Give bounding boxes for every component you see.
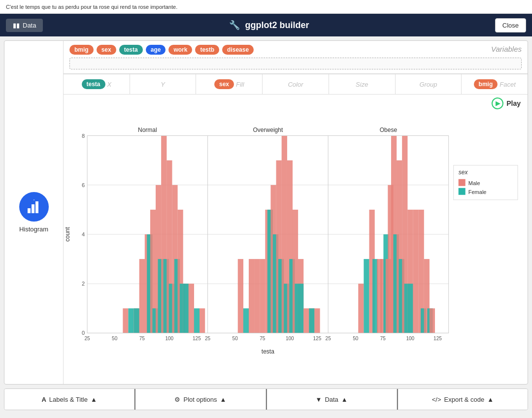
wrench-icon: 🔧 bbox=[229, 20, 240, 30]
axis-cell-facet[interactable]: bmigFacet bbox=[462, 74, 528, 94]
database-icon: ▮▮ bbox=[13, 22, 20, 29]
close-button[interactable]: Close bbox=[495, 18, 526, 32]
histogram-chart: 02468countNormalOverweightObese255075100… bbox=[64, 99, 528, 379]
footer-bar: A Labels & Title ▲ ⚙ Plot options ▲ ▼ Da… bbox=[4, 388, 528, 410]
svg-text:25: 25 bbox=[326, 336, 332, 341]
svg-rect-62 bbox=[249, 259, 254, 333]
svg-text:50: 50 bbox=[233, 336, 238, 341]
svg-text:50: 50 bbox=[353, 336, 359, 341]
svg-rect-2 bbox=[35, 201, 38, 213]
svg-text:4: 4 bbox=[82, 231, 85, 237]
svg-text:50: 50 bbox=[112, 336, 118, 341]
svg-rect-58 bbox=[194, 308, 200, 333]
svg-rect-36 bbox=[123, 308, 128, 333]
svg-text:sex: sex bbox=[459, 169, 468, 176]
svg-text:Female: Female bbox=[468, 189, 487, 195]
filter-icon: ▼ bbox=[316, 396, 322, 403]
variable-tag-testb[interactable]: testb bbox=[195, 45, 219, 55]
data-filter-button[interactable]: ▼ Data ▲ bbox=[266, 389, 397, 410]
svg-text:Male: Male bbox=[468, 180, 480, 186]
content-area: Histogram bmigsextestaageworktestbdiseas… bbox=[4, 41, 528, 384]
axis-cell-size[interactable]: Size bbox=[329, 74, 396, 94]
variables-label: Variables bbox=[491, 45, 522, 53]
axis-label-y: Y bbox=[161, 81, 165, 88]
svg-rect-64 bbox=[260, 259, 265, 333]
svg-text:Normal: Normal bbox=[138, 127, 157, 133]
variables-panel: bmigsextestaageworktestbdisease Variable… bbox=[64, 41, 528, 74]
svg-rect-111 bbox=[459, 188, 466, 195]
variable-tag-disease[interactable]: disease bbox=[222, 45, 254, 55]
variable-tag-bmig[interactable]: bmig bbox=[69, 45, 94, 55]
svg-rect-99 bbox=[407, 284, 413, 333]
svg-rect-1 bbox=[32, 204, 34, 213]
chevron-up-icon-export: ▲ bbox=[487, 396, 494, 403]
axis-label-group: Group bbox=[419, 81, 437, 88]
svg-rect-79 bbox=[303, 308, 309, 333]
svg-rect-59 bbox=[200, 308, 205, 333]
export-code-button[interactable]: </> Export & code ▲ bbox=[397, 389, 528, 410]
chart-type-panel: Histogram bbox=[4, 41, 64, 384]
axis-cell-color[interactable]: Color bbox=[263, 74, 329, 94]
drop-zone[interactable] bbox=[69, 58, 522, 69]
right-panel: bmigsextestaageworktestbdisease Variable… bbox=[64, 41, 528, 384]
svg-rect-78 bbox=[298, 284, 303, 333]
variable-tag-sex[interactable]: sex bbox=[97, 45, 116, 55]
svg-rect-83 bbox=[358, 284, 364, 333]
chevron-up-icon-plot: ▲ bbox=[220, 396, 226, 403]
axis-label-color: Color bbox=[288, 81, 303, 88]
axis-cell-x[interactable]: testaX bbox=[64, 74, 130, 94]
histogram-icon[interactable] bbox=[19, 192, 49, 222]
svg-text:Obese: Obese bbox=[380, 127, 398, 133]
play-icon: ▶ bbox=[492, 97, 503, 109]
axis-tag-bmig: bmig bbox=[474, 79, 498, 89]
chart-area: ▶ Play 02468countNormalOverweightObese25… bbox=[64, 95, 528, 384]
gear-icon: ⚙ bbox=[174, 396, 180, 403]
svg-rect-105 bbox=[430, 308, 435, 333]
chevron-up-icon-data: ▲ bbox=[341, 396, 348, 403]
svg-text:6: 6 bbox=[82, 182, 85, 188]
a-icon: A bbox=[41, 396, 46, 403]
labels-title-button[interactable]: A Labels & Title ▲ bbox=[4, 389, 134, 410]
variable-tags: bmigsextestaageworktestbdisease bbox=[69, 45, 486, 55]
svg-rect-100 bbox=[413, 210, 418, 333]
axis-label-fill: Fill bbox=[236, 81, 244, 88]
axis-cell-fill[interactable]: sexFill bbox=[196, 74, 263, 94]
variable-tag-work[interactable]: work bbox=[168, 45, 192, 55]
svg-rect-81 bbox=[309, 308, 314, 333]
svg-text:100: 100 bbox=[165, 336, 173, 341]
axis-tag-sex: sex bbox=[214, 79, 234, 89]
header: ▮▮ Data 🔧 ggplot2 builder Close bbox=[0, 14, 532, 36]
data-button[interactable]: ▮▮ Data bbox=[6, 19, 43, 32]
svg-text:125: 125 bbox=[313, 336, 322, 341]
variable-tag-testa[interactable]: testa bbox=[119, 45, 143, 55]
svg-text:0: 0 bbox=[82, 330, 85, 336]
main-panel: Histogram bmigsextestaageworktestbdiseas… bbox=[4, 40, 528, 385]
axis-tag-testa: testa bbox=[82, 79, 105, 89]
svg-rect-61 bbox=[243, 308, 249, 333]
svg-text:100: 100 bbox=[286, 336, 294, 341]
axis-cell-y[interactable]: Y bbox=[130, 74, 197, 94]
svg-rect-39 bbox=[134, 308, 139, 333]
svg-text:75: 75 bbox=[380, 336, 386, 341]
play-button[interactable]: ▶ Play bbox=[492, 97, 521, 109]
app-title: 🔧 ggplot2 builder bbox=[43, 20, 495, 31]
svg-rect-60 bbox=[238, 259, 243, 333]
svg-text:Overweight: Overweight bbox=[253, 127, 283, 133]
svg-text:125: 125 bbox=[193, 336, 201, 341]
top-message: C'est le temps que tu as perdu pour ta r… bbox=[0, 0, 532, 14]
svg-text:8: 8 bbox=[82, 133, 85, 139]
svg-text:125: 125 bbox=[433, 336, 442, 341]
svg-rect-63 bbox=[254, 259, 260, 333]
chart-type-label: Histogram bbox=[19, 225, 48, 233]
axis-cell-group[interactable]: Group bbox=[396, 74, 462, 94]
svg-rect-109 bbox=[459, 179, 466, 186]
svg-text:75: 75 bbox=[260, 336, 266, 341]
svg-rect-56 bbox=[183, 284, 189, 333]
chevron-up-icon-labels: ▲ bbox=[91, 396, 97, 403]
svg-text:2: 2 bbox=[82, 281, 85, 287]
svg-text:75: 75 bbox=[139, 336, 145, 341]
plot-options-button[interactable]: ⚙ Plot options ▲ bbox=[134, 389, 266, 410]
axis-label-x: X bbox=[107, 81, 112, 88]
svg-rect-40 bbox=[139, 259, 145, 333]
variable-tag-age[interactable]: age bbox=[146, 45, 166, 55]
